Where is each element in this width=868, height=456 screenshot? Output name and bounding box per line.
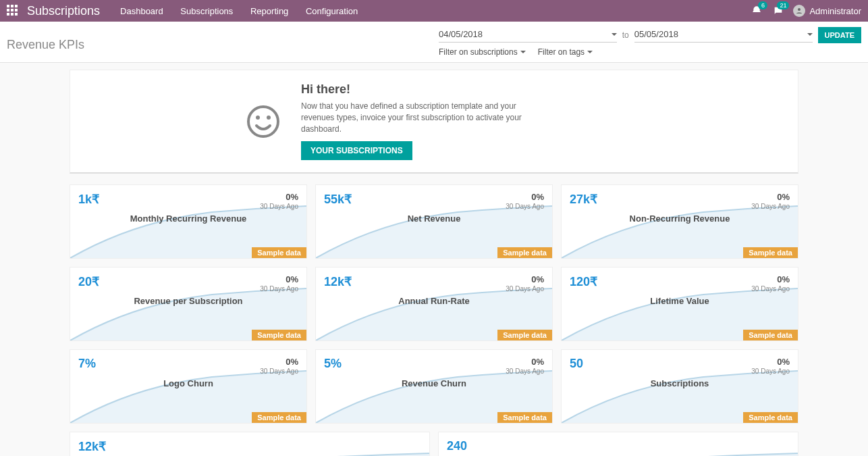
sample-data-badge: Sample data	[743, 330, 798, 340]
kpi-value: 12k₹	[324, 274, 352, 289]
menu-subscriptions[interactable]: Subscriptions	[180, 6, 233, 16]
kpi-percent: 0%	[531, 192, 544, 202]
kpi-title: Revenue per Subscription	[70, 296, 306, 306]
kpi-title: Monthly Recurring Revenue	[70, 213, 306, 224]
page-title: Revenue KPIs	[7, 38, 439, 52]
kpi-percent: 0%	[777, 192, 790, 202]
kpi-value: 27k₹	[570, 192, 597, 207]
sample-data-badge: Sample data	[497, 247, 552, 258]
menu-reporting[interactable]: Reporting	[250, 6, 288, 16]
apps-icon[interactable]	[7, 5, 19, 17]
sample-data-badge: Sample data	[743, 412, 798, 423]
top-menu: Dashboard Subscriptions Reporting Config…	[120, 6, 373, 16]
date-from-input[interactable]	[439, 28, 609, 41]
kpi-value: 120₹	[570, 274, 597, 289]
kpi-card[interactable]: 7%0%30 Days AgoLogo ChurnSample data	[70, 349, 307, 424]
smiley-icon	[246, 104, 281, 139]
sample-data-badge: Sample data	[497, 412, 552, 423]
banner-text: Hi there! Now that you have defined a su…	[301, 82, 544, 160]
brand: Subscriptions	[27, 4, 100, 18]
messages-icon[interactable]: 21	[771, 4, 785, 18]
kpi-title: Annual Run-Rate	[316, 296, 552, 306]
svg-point-1	[248, 107, 278, 136]
kpi-days-ago: 30 Days Ago	[506, 285, 544, 293]
kpi-card[interactable]: 55k₹0%30 Days AgoNet RevenueSample data	[315, 184, 553, 259]
kpi-card-wide[interactable]: 12k₹Forecasted Annual MRR Growth	[70, 432, 430, 456]
caret-down-icon	[520, 51, 526, 53]
your-subscriptions-button[interactable]: YOUR SUBSCRIPTIONS	[301, 141, 412, 160]
kpi-value: 20₹	[78, 274, 99, 289]
kpi-card-wide[interactable]: 240Forecasted Annual Subscriptions Growt…	[438, 432, 798, 456]
kpi-days-ago: 30 Days Ago	[751, 368, 790, 375]
filter-subscriptions-label: Filter on subscriptions	[439, 47, 518, 57]
kpi-title: Non-Recurring Revenue	[562, 213, 798, 224]
kpi-title: Net Revenue	[316, 213, 552, 224]
sample-data-badge: Sample data	[743, 247, 798, 258]
messages-badge: 21	[777, 1, 789, 9]
kpi-value: 7%	[78, 357, 96, 371]
user-menu[interactable]: Administrator	[793, 5, 861, 17]
activity-badge: 6	[758, 1, 767, 9]
topbar-right: 6 21 Administrator	[750, 4, 861, 18]
svg-point-3	[267, 116, 271, 120]
kpi-card[interactable]: 500%30 Days AgoSubscriptionsSample data	[561, 349, 798, 424]
date-to-field	[634, 28, 813, 43]
caret-down-icon[interactable]	[807, 33, 813, 36]
banner-heading: Hi there!	[301, 82, 544, 97]
kpi-grid: 1k₹0%30 Days AgoMonthly Recurring Revenu…	[70, 184, 798, 424]
date-row: to UPDATE	[439, 27, 861, 43]
kpi-percent: 0%	[286, 274, 298, 284]
filter-tags[interactable]: Filter on tags	[538, 47, 593, 57]
banner-description: Now that you have defined a subscription…	[301, 101, 544, 134]
kpi-value: 55k₹	[324, 192, 352, 207]
kpi-value: 5%	[324, 357, 342, 371]
activity-icon[interactable]: 6	[750, 4, 763, 18]
kpi-card[interactable]: 12k₹0%30 Days AgoAnnual Run-RateSample d…	[315, 267, 553, 341]
kpi-card[interactable]: 5%0%30 Days AgoRevenue ChurnSample data	[315, 349, 553, 424]
kpi-percent: 0%	[286, 192, 298, 202]
date-to-input[interactable]	[634, 28, 805, 41]
kpi-grid-wide: 12k₹Forecasted Annual MRR Growth240Forec…	[70, 432, 798, 456]
kpi-card[interactable]: 120₹0%30 Days AgoLifetime ValueSample da…	[561, 267, 798, 341]
kpi-title: Revenue Churn	[316, 378, 552, 388]
kpi-days-ago: 30 Days Ago	[506, 368, 544, 375]
menu-configuration[interactable]: Configuration	[306, 6, 358, 16]
filter-tags-label: Filter on tags	[538, 47, 585, 57]
svg-point-0	[798, 8, 801, 11]
kpi-card[interactable]: 27k₹0%30 Days AgoNon-Recurring RevenueSa…	[561, 184, 798, 259]
caret-down-icon	[587, 51, 593, 53]
user-avatar-icon	[793, 5, 805, 17]
kpi-title: Lifetime Value	[562, 296, 798, 306]
kpi-value: 50	[570, 357, 583, 371]
kpi-card[interactable]: 20₹0%30 Days AgoRevenue per Subscription…	[70, 267, 307, 341]
kpi-days-ago: 30 Days Ago	[260, 368, 298, 375]
kpi-days-ago: 30 Days Ago	[506, 203, 544, 210]
kpi-percent: 0%	[531, 357, 544, 367]
kpi-days-ago: 30 Days Ago	[751, 203, 790, 210]
filter-subscriptions[interactable]: Filter on subscriptions	[439, 47, 526, 57]
kpi-percent: 0%	[777, 274, 790, 284]
kpi-days-ago: 30 Days Ago	[260, 285, 298, 293]
kpi-card[interactable]: 1k₹0%30 Days AgoMonthly Recurring Revenu…	[70, 184, 307, 259]
subbar: Revenue KPIs to UPDATE	[0, 22, 868, 63]
topbar: Subscriptions Dashboard Subscriptions Re…	[0, 0, 868, 22]
update-button[interactable]: UPDATE	[818, 27, 861, 43]
kpi-value: 1k₹	[78, 192, 99, 207]
filter-row: Filter on subscriptions Filter on tags	[439, 43, 861, 62]
svg-point-2	[256, 116, 260, 120]
kpi-title: Subscriptions	[562, 378, 798, 388]
sample-data-badge: Sample data	[252, 412, 306, 423]
kpi-days-ago: 30 Days Ago	[260, 203, 298, 210]
caret-down-icon[interactable]	[612, 33, 617, 36]
menu-dashboard[interactable]: Dashboard	[120, 6, 163, 16]
kpi-percent: 0%	[777, 357, 790, 367]
kpi-title: Logo Churn	[70, 378, 306, 388]
user-name: Administrator	[809, 6, 861, 16]
filters-block: to UPDATE Filter on subscriptions Filter…	[439, 27, 861, 62]
sample-data-badge: Sample data	[252, 330, 306, 340]
sample-data-badge: Sample data	[497, 330, 552, 340]
kpi-days-ago: 30 Days Ago	[751, 285, 790, 293]
content: Hi there! Now that you have defined a su…	[63, 70, 805, 456]
to-label: to	[622, 30, 629, 40]
kpi-percent: 0%	[531, 274, 544, 284]
